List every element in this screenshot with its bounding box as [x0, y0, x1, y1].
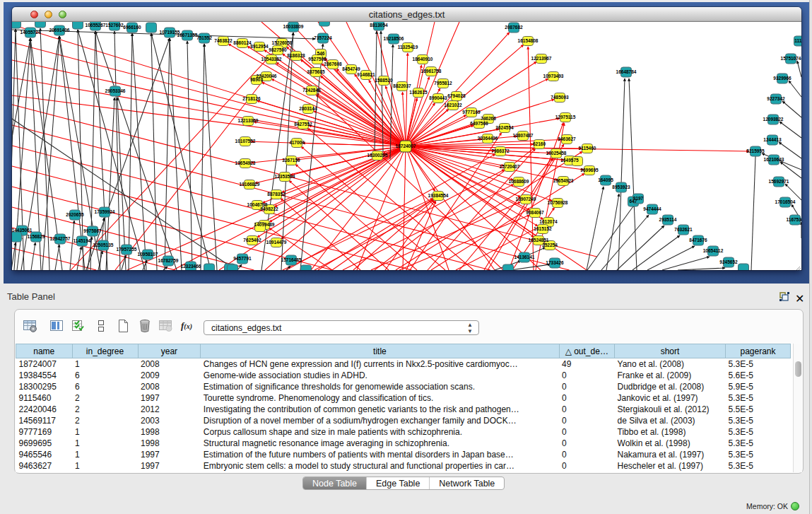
svg-text:16671355: 16671355: [177, 33, 198, 37]
svg-text:7463822: 7463822: [214, 38, 233, 43]
svg-text:1156829: 1156829: [28, 234, 45, 239]
svg-text:164095: 164095: [598, 177, 613, 182]
svg-text:6497568: 6497568: [470, 121, 488, 126]
svg-text:18724007: 18724007: [396, 144, 416, 148]
svg-text:2087682: 2087682: [505, 25, 523, 30]
svg-text:1612074: 1612074: [539, 219, 558, 224]
svg-text:1167533: 1167533: [787, 217, 801, 222]
svg-text:12942757: 12942757: [50, 236, 71, 241]
svg-text:10973493: 10973493: [543, 74, 564, 78]
svg-text:17957255: 17957255: [117, 247, 137, 252]
svg-text:15751074: 15751074: [781, 56, 801, 61]
svg-text:1117: 1117: [794, 38, 801, 43]
svg-text:18640910: 18640910: [413, 57, 433, 62]
svg-text:751552: 751552: [196, 35, 212, 40]
svg-text:6966160: 6966160: [123, 25, 141, 30]
svg-text:6794028: 6794028: [447, 93, 466, 98]
svg-text:252254: 252254: [542, 243, 558, 247]
svg-text:1615152: 1615152: [534, 226, 552, 231]
svg-text:9777169: 9777169: [462, 110, 481, 115]
svg-text:16033809: 16033809: [283, 24, 304, 29]
svg-text:15716485: 15716485: [281, 257, 302, 262]
svg-text:19654923: 19654923: [553, 178, 574, 183]
svg-text:9463627: 9463627: [558, 136, 576, 141]
svg-text:10025458: 10025458: [546, 151, 567, 156]
svg-text:15226058: 15226058: [272, 40, 293, 45]
svg-text:7632621: 7632621: [674, 227, 693, 232]
svg-text:16961758: 16961758: [421, 69, 442, 74]
svg-text:12975115: 12975115: [555, 115, 576, 119]
svg-text:16782759: 16782759: [158, 258, 179, 263]
svg-text:9084067: 9084067: [526, 210, 544, 215]
svg-text:7986372: 7986372: [491, 148, 510, 153]
svg-text:8878352: 8878352: [267, 192, 286, 197]
svg-text:10756928: 10756928: [548, 200, 568, 205]
svg-text:12353594: 12353594: [275, 174, 295, 179]
svg-text:1362615: 1362615: [409, 90, 428, 95]
svg-text:16154808: 16154808: [518, 38, 539, 43]
svg-text:10807487: 10807487: [513, 133, 534, 138]
svg-text:9146821: 9146821: [357, 72, 375, 77]
svg-text:9197: 9197: [633, 196, 644, 201]
svg-text:9457791: 9457791: [233, 256, 252, 261]
svg-text:8860124: 8860124: [233, 40, 252, 45]
svg-text:8471676: 8471676: [689, 238, 707, 243]
svg-text:18907249: 18907249: [516, 197, 536, 201]
svg-text:9329966: 9329966: [773, 76, 792, 81]
svg-text:9474444: 9474444: [643, 206, 661, 211]
svg-text:10543382: 10543382: [261, 57, 282, 62]
svg-text:9527508: 9527508: [308, 57, 326, 62]
svg-text:7242848: 7242848: [302, 88, 321, 93]
svg-text:20691406: 20691406: [49, 28, 70, 33]
svg-text:18300295: 18300295: [367, 153, 388, 158]
svg-text:62160: 62160: [533, 141, 546, 146]
svg-text:9227342: 9227342: [767, 96, 785, 101]
svg-text:10914479: 10914479: [266, 240, 287, 245]
svg-text:3267150: 3267150: [282, 158, 300, 163]
svg-text:16524851: 16524851: [529, 238, 549, 243]
svg-text:9699695: 9699695: [580, 168, 599, 173]
svg-text:17359924: 17359924: [95, 209, 115, 214]
svg-text:19218506: 19218506: [384, 36, 404, 41]
svg-text:15720407: 15720407: [500, 164, 520, 169]
svg-text:7357224: 7357224: [314, 35, 332, 40]
svg-text:3875685: 3875685: [307, 69, 325, 74]
svg-text:10107552: 10107552: [235, 139, 256, 144]
svg-text:2867608: 2867608: [324, 62, 342, 66]
svg-text:19384554: 19384554: [428, 193, 449, 198]
svg-text:746266: 746266: [481, 116, 496, 121]
svg-text:19166829: 19166829: [240, 182, 260, 187]
svg-text:9827500: 9827500: [269, 47, 287, 52]
svg-text:9115460: 9115460: [579, 146, 596, 151]
svg-text:9245652: 9245652: [719, 259, 738, 264]
svg-text:1588520: 1588520: [375, 78, 393, 83]
svg-text:8454749: 8454749: [342, 66, 360, 71]
svg-text:1621022: 1621022: [444, 103, 462, 107]
svg-text:2935114: 2935114: [659, 217, 677, 222]
svg-text:546: 546: [317, 51, 325, 56]
svg-text:417004: 417004: [289, 140, 305, 145]
svg-text:20364436: 20364436: [478, 136, 498, 141]
svg-text:14136141: 14136141: [514, 255, 535, 259]
svg-text:1733426: 1733426: [546, 260, 564, 265]
svg-text:1527602: 1527602: [105, 23, 124, 28]
svg-text:2020655: 2020655: [66, 212, 84, 217]
svg-text:8215955: 8215955: [746, 148, 765, 153]
svg-text:7625402: 7625402: [243, 238, 261, 243]
svg-text:10958107: 10958107: [138, 252, 158, 257]
svg-text:10655267: 10655267: [86, 23, 106, 28]
svg-text:9498222: 9498222: [260, 206, 278, 211]
svg-text:3624554: 3624554: [495, 125, 514, 130]
svg-text:14055724: 14055724: [20, 30, 41, 35]
svg-text:8813054: 8813054: [370, 23, 388, 28]
svg-text:19654923: 19654923: [235, 160, 256, 165]
svg-text:12093822: 12093822: [763, 117, 784, 122]
svg-text:98903: 98903: [250, 77, 263, 82]
svg-text:11325419: 11325419: [398, 45, 418, 49]
svg-text:2803144: 2803144: [299, 106, 317, 111]
svg-text:8912954: 8912954: [250, 44, 269, 49]
svg-text:15692971: 15692971: [769, 179, 789, 184]
svg-text:1244413: 1244413: [763, 137, 782, 142]
svg-text:8186328: 8186328: [287, 53, 305, 58]
svg-text:2718126: 2718126: [242, 96, 261, 101]
